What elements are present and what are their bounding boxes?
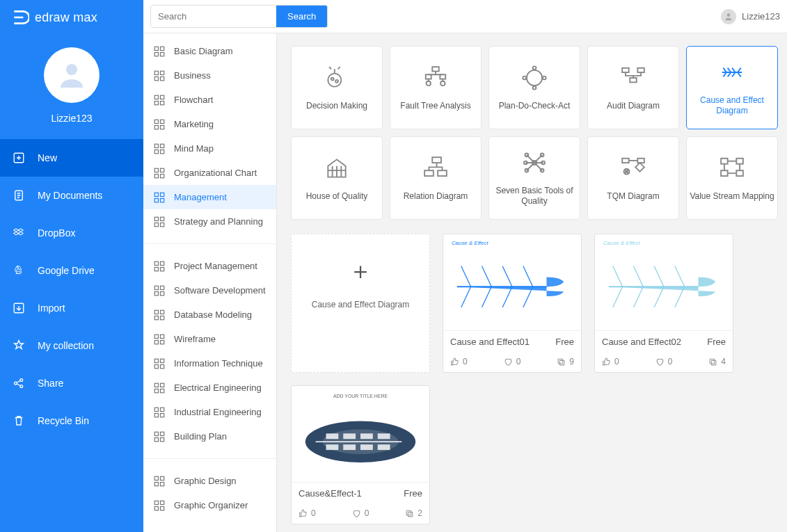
category-graphic-design[interactable]: Graphic Design [143,469,276,493]
svg-rect-73 [154,482,158,485]
diagram-tile-cause-and-effect-diagram[interactable]: Cause and Effect Diagram [686,46,778,129]
copy-icon [557,357,566,366]
diagram-tile-audit-diagram[interactable]: Audit Diagram [587,46,679,129]
category-software-development[interactable]: Software Development [143,278,276,303]
diagram-tile-value-stream-mapping[interactable]: Value Stream Mapping [686,136,778,220]
share-icon [13,377,25,389]
hoq-icon [321,155,352,182]
search-button[interactable]: Search [276,6,327,27]
documents-icon [13,189,25,202]
svg-rect-36 [161,217,164,220]
category-building-plan[interactable]: Building Plan [143,424,276,449]
sidebar-item-recycle-bin[interactable]: Recycle Bin [0,402,143,440]
svg-rect-71 [154,476,158,480]
copy-count[interactable]: 4 [708,357,726,366]
blank-label: Cause and Effect Diagram [312,300,410,309]
app-logo[interactable]: edraw max [0,0,143,35]
svg-rect-49 [154,316,158,319]
category-organizational-chart[interactable]: Organizational Chart [143,161,276,185]
category-management[interactable]: Management [143,185,276,209]
avatar[interactable] [44,47,100,103]
like-count[interactable]: 0 [602,357,619,366]
template-card[interactable]: Cause & Effect Cause and Effect01 Free 0… [443,234,582,373]
copy-count[interactable]: 2 [405,508,422,518]
sidebar-item-my-documents[interactable]: My Documents [0,177,143,214]
diagram-tile-tqm-diagram[interactable]: TQM Diagram [587,136,679,220]
sidebar-item-dropbox[interactable]: DropBox [0,214,143,252]
topbar: Search Lizzie123 [143,0,787,33]
category-label: Industrial Engineering [174,407,262,417]
category-label: Wireframe [174,334,216,344]
like-count[interactable]: 0 [450,357,468,366]
diagram-tile-plan-do-check-act[interactable]: Plan-Do-Check-Act [488,46,580,129]
category-information-technique[interactable]: Information Technique [143,351,276,376]
tile-label: Relation Diagram [404,191,468,202]
app-name: edraw max [35,10,97,25]
template-card[interactable]: ADD YOUR TITLE HERE Cause&Effect-1 Free … [291,385,430,524]
category-mind-map[interactable]: Mind Map [143,136,276,161]
fav-count[interactable]: 0 [504,357,521,366]
svg-rect-42 [161,267,164,271]
category-basic-diagram[interactable]: Basic Diagram [143,39,276,63]
like-count[interactable]: 0 [299,508,316,518]
svg-rect-68 [161,432,164,435]
fishbone-thumb: ADD YOUR TITLE HERE [292,387,429,482]
category-industrial-engineering[interactable]: Industrial Engineering [143,400,276,424]
category-marketing[interactable]: Marketing [143,112,276,136]
template-price: Free [555,337,574,347]
category-label: Management [174,192,227,202]
category-label: Building Plan [174,431,227,442]
heart-icon [655,357,665,366]
svg-rect-98 [438,170,447,176]
svg-rect-123 [560,360,565,365]
svg-rect-50 [161,316,164,319]
diagram-tile-relation-diagram[interactable]: Relation Diagram [390,136,482,220]
category-flowchart[interactable]: Flowchart [143,88,276,112]
category-project-management[interactable]: Project Management [143,254,276,278]
svg-line-116 [461,287,471,307]
svg-rect-35 [154,217,158,220]
diagram-tile-seven-basic-tools-of-quality[interactable]: Seven Basic Tools of Quality [488,136,580,220]
svg-rect-45 [154,291,158,295]
tile-label: Seven Basic Tools of Quality [492,186,577,207]
svg-rect-110 [736,158,743,163]
category-electrical-engineering[interactable]: Electrical Engineering [143,376,276,400]
category-label: Marketing [174,119,214,129]
sidebar-item-new[interactable]: New [0,139,143,177]
category-database-modeling[interactable]: Database Modeling [143,303,276,327]
sidebar-item-share[interactable]: Share [0,364,143,402]
plus-square-icon [13,152,25,164]
sidebar-item-google-drive[interactable]: Google Drive [0,252,143,289]
fav-count[interactable]: 0 [655,357,673,366]
sidebar-item-my-collection[interactable]: My collection [0,327,143,364]
category-graphic-organizer[interactable]: Graphic Organizer [143,493,276,517]
svg-rect-32 [161,193,164,196]
copy-count[interactable]: 9 [557,357,574,366]
template-price: Free [707,337,726,347]
svg-rect-59 [154,383,158,387]
fishbone-thumb: Cause & Effect [595,235,733,330]
svg-point-79 [727,13,731,17]
category-wireframe[interactable]: Wireframe [143,327,276,351]
header-user[interactable]: Lizzie123 [721,9,780,24]
svg-line-121 [523,266,533,287]
diagram-tile-fault-tree-analysis[interactable]: Fault Tree Analysis [390,46,482,129]
svg-rect-69 [154,437,158,441]
search-input[interactable] [151,6,276,27]
svg-rect-11 [154,71,158,74]
category-strategy-and-planning[interactable]: Strategy and Planning [143,209,276,234]
svg-line-132 [654,287,664,307]
category-label: Software Development [174,285,266,296]
template-card[interactable]: Cause & Effect Cause and Effect02 Free 0… [594,234,733,373]
diagram-tile-house-of-quality[interactable]: House of Quality [291,136,383,220]
fav-count[interactable]: 0 [352,508,369,518]
sidebar-item-import[interactable]: Import [0,289,143,327]
svg-rect-26 [161,150,164,153]
template-blank[interactable]: ＋Cause and Effect Diagram [291,234,430,373]
svg-line-119 [502,266,512,287]
svg-rect-12 [161,71,164,74]
category-business[interactable]: Business [143,63,276,88]
svg-rect-38 [161,223,164,226]
svg-rect-61 [154,389,158,392]
diagram-tile-decision-making[interactable]: Decision Making [291,46,383,129]
